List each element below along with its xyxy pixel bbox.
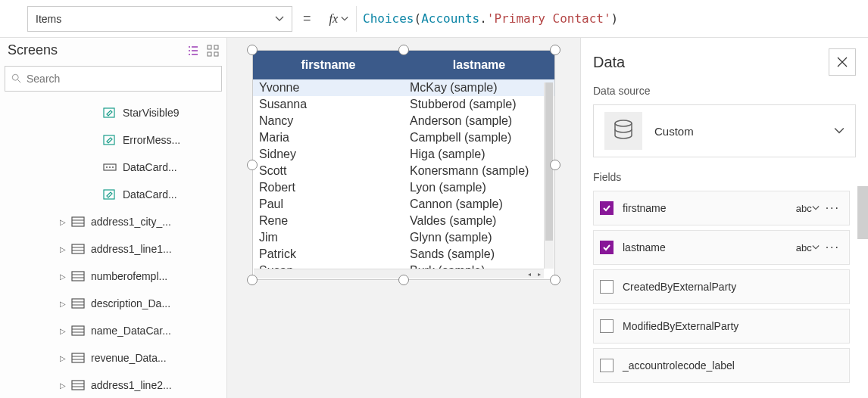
- svg-rect-16: [72, 244, 84, 253]
- grid-view-icon[interactable]: [207, 45, 219, 57]
- svg-rect-0: [208, 45, 211, 49]
- cell-firstname: Scott: [253, 163, 404, 179]
- edit-icon: [103, 135, 117, 145]
- field-row[interactable]: firstnameabc ···: [593, 191, 850, 225]
- expand-caret-icon[interactable]: ▷: [58, 381, 68, 390]
- cell-lastname: Stubberod (sample): [404, 96, 554, 113]
- tree-item[interactable]: DataCard...: [0, 181, 226, 208]
- cell-lastname: Campbell (sample): [404, 129, 554, 146]
- form-icon: [71, 353, 85, 363]
- resize-handle[interactable]: [247, 45, 258, 55]
- col-firstname-header[interactable]: firstname: [253, 51, 404, 79]
- cell-firstname: Yvonne: [253, 79, 404, 96]
- screens-title: Screens: [8, 42, 58, 58]
- vertical-scrollbar[interactable]: [544, 82, 554, 269]
- tree-item[interactable]: ▷address1_line2...: [0, 372, 226, 398]
- list-view-icon[interactable]: [187, 45, 199, 57]
- table-row[interactable]: ScottKonersmann (sample): [253, 163, 554, 179]
- table-row[interactable]: SidneyHiga (sample): [253, 146, 554, 163]
- datasource-selector[interactable]: Custom: [593, 104, 856, 157]
- tree-item[interactable]: ▷address1_city_...: [0, 208, 226, 235]
- tree-view[interactable]: StarVisible9ErrorMess...DataCard...DataC…: [0, 98, 226, 398]
- resize-handle[interactable]: [550, 160, 560, 170]
- svg-rect-25: [72, 326, 84, 335]
- resize-handle[interactable]: [398, 45, 409, 55]
- cell-lastname: Lyon (sample): [404, 179, 554, 196]
- field-name: _accountrolecode_label: [623, 359, 843, 372]
- field-checkbox[interactable]: [600, 280, 614, 294]
- field-checkbox[interactable]: [600, 319, 614, 333]
- resize-handle[interactable]: [247, 275, 258, 285]
- field-row[interactable]: _accountrolecode_label: [593, 348, 850, 383]
- svg-rect-2: [208, 52, 211, 56]
- field-checkbox[interactable]: [600, 359, 614, 372]
- fx-button[interactable]: fx: [322, 6, 358, 32]
- resize-handle[interactable]: [550, 45, 560, 55]
- datatable-control[interactable]: firstname lastname YvonneMcKay (sample)S…: [252, 50, 555, 280]
- col-lastname-header[interactable]: lastname: [404, 51, 554, 79]
- expand-caret-icon[interactable]: ▷: [58, 272, 68, 281]
- tree-item[interactable]: ErrorMess...: [0, 126, 226, 154]
- cell-lastname: Valdes (sample): [404, 213, 554, 229]
- cell-lastname: Konersmann (sample): [404, 163, 554, 179]
- close-button[interactable]: [829, 48, 856, 76]
- field-row[interactable]: CreatedByExternalParty: [593, 269, 850, 304]
- table-body: YvonneMcKay (sample)SusannaStubberod (sa…: [253, 79, 554, 279]
- more-icon[interactable]: ···: [823, 241, 843, 254]
- edit-icon: [103, 107, 117, 118]
- resize-handle[interactable]: [247, 160, 258, 170]
- table-row[interactable]: MariaCampbell (sample): [253, 129, 554, 146]
- table-row[interactable]: YvonneMcKay (sample): [253, 79, 554, 96]
- formula-input[interactable]: Choices( Accounts.'Primary Contact' ): [357, 6, 868, 32]
- tree-item[interactable]: ▷revenue_Data...: [0, 344, 226, 372]
- field-checkbox[interactable]: [600, 201, 614, 215]
- fields-scrollbar[interactable]: [857, 186, 868, 239]
- expand-caret-icon[interactable]: ▷: [58, 245, 68, 253]
- svg-point-11: [112, 166, 114, 168]
- canvas[interactable]: firstname lastname YvonneMcKay (sample)S…: [227, 38, 580, 398]
- tree-item[interactable]: DataCard...: [0, 154, 226, 181]
- chevron-down-icon: [341, 15, 348, 23]
- field-row[interactable]: lastnameabc ···: [593, 230, 850, 265]
- table-row[interactable]: ReneValdes (sample): [253, 213, 554, 229]
- tree-item[interactable]: ▷numberofempl...: [0, 263, 226, 290]
- chevron-down-icon: [834, 126, 845, 136]
- tree-item[interactable]: ▷description_Da...: [0, 290, 226, 317]
- fields-list[interactable]: firstnameabc ···lastnameabc ···CreatedBy…: [581, 186, 868, 398]
- tree-label: address1_line1...: [91, 243, 172, 255]
- resize-handle[interactable]: [398, 275, 409, 285]
- scroll-right-icon[interactable]: ▸: [534, 270, 544, 278]
- search-input[interactable]: [27, 73, 215, 85]
- resize-handle[interactable]: [550, 275, 560, 285]
- table-row[interactable]: NancyAnderson (sample): [253, 113, 554, 129]
- cell-lastname: McKay (sample): [404, 79, 554, 96]
- tree-label: numberofempl...: [91, 270, 167, 282]
- tree-item[interactable]: StarVisible9: [0, 99, 226, 126]
- table-row[interactable]: SusannaStubberod (sample): [253, 96, 554, 113]
- svg-rect-31: [72, 381, 84, 390]
- field-type-selector[interactable]: abc: [796, 242, 820, 253]
- scroll-left-icon[interactable]: ◂: [524, 270, 534, 278]
- field-checkbox[interactable]: [600, 241, 614, 254]
- more-icon[interactable]: ···: [823, 201, 843, 215]
- table-row[interactable]: JimGlynn (sample): [253, 229, 554, 246]
- property-selector[interactable]: Items: [27, 6, 292, 32]
- fields-label: Fields: [581, 168, 868, 186]
- tree-item[interactable]: ▷name_DataCar...: [0, 317, 226, 344]
- card-icon: [103, 162, 117, 173]
- expand-caret-icon[interactable]: ▷: [58, 300, 68, 308]
- expand-caret-icon[interactable]: ▷: [58, 218, 68, 226]
- expand-caret-icon[interactable]: ▷: [58, 354, 68, 362]
- table-row[interactable]: PaulCannon (sample): [253, 196, 554, 213]
- search-box[interactable]: [5, 66, 222, 92]
- field-row[interactable]: ModifiedByExternalParty: [593, 309, 850, 344]
- field-name: ModifiedByExternalParty: [623, 320, 843, 332]
- table-row[interactable]: PatrickSands (sample): [253, 246, 554, 263]
- field-name: CreatedByExternalParty: [623, 281, 843, 293]
- expand-caret-icon[interactable]: ▷: [58, 327, 68, 335]
- edit-icon: [103, 189, 117, 200]
- tree-item[interactable]: ▷address1_line1...: [0, 235, 226, 263]
- cell-firstname: Jim: [253, 229, 404, 246]
- field-type-selector[interactable]: abc: [796, 203, 820, 214]
- table-row[interactable]: RobertLyon (sample): [253, 179, 554, 196]
